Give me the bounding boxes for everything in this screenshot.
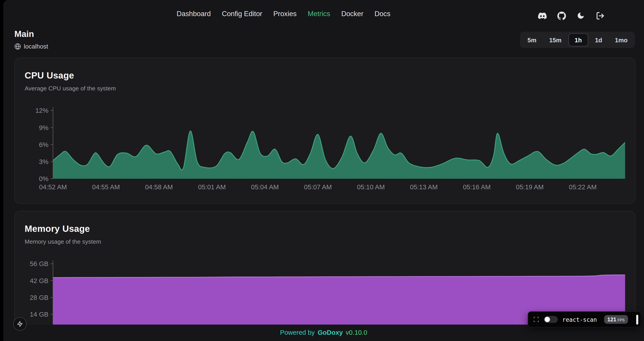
svg-text:05:07 AM: 05:07 AM xyxy=(304,183,332,191)
fps-badge: 121 FPS xyxy=(604,315,628,324)
toggle-knob xyxy=(545,317,550,322)
nav-config-editor[interactable]: Config Editor xyxy=(222,10,262,18)
svg-text:12%: 12% xyxy=(35,107,48,114)
svg-text:05:16 AM: 05:16 AM xyxy=(463,183,490,191)
svg-text:0%: 0% xyxy=(39,175,48,182)
logout-icon xyxy=(596,11,604,20)
svg-text:05:04 AM: 05:04 AM xyxy=(251,183,279,191)
host-label: localhost xyxy=(24,43,48,50)
svg-text:04:58 AM: 04:58 AM xyxy=(145,183,173,191)
nav-metrics[interactable]: Metrics xyxy=(308,10,330,18)
nav-dashboard[interactable]: Dashboard xyxy=(177,10,211,18)
time-range-1mo[interactable]: 1mo xyxy=(609,33,633,47)
quick-actions-button[interactable] xyxy=(13,317,27,331)
app-root: Dashboard Config Editor Proxies Metrics … xyxy=(3,0,644,341)
react-scan-toggle[interactable] xyxy=(544,316,558,323)
svg-text:6%: 6% xyxy=(39,141,48,148)
footer-version: v0.10.0 xyxy=(346,329,367,336)
zap-icon xyxy=(17,321,23,327)
react-scan-toolbar[interactable]: react-scan 121 FPS xyxy=(528,311,641,327)
logout-button[interactable] xyxy=(595,10,606,21)
svg-text:56 GB: 56 GB xyxy=(30,260,48,267)
fps-value: 121 xyxy=(607,316,616,323)
react-scan-label: react-scan xyxy=(562,316,597,323)
footer-brand-link[interactable]: GoDoxy xyxy=(318,329,343,336)
svg-text:05:10 AM: 05:10 AM xyxy=(357,183,384,191)
nav-docker[interactable]: Docker xyxy=(341,10,363,18)
svg-text:05:13 AM: 05:13 AM xyxy=(410,183,438,191)
time-range-1d[interactable]: 1d xyxy=(589,33,608,47)
svg-text:04:52 AM: 04:52 AM xyxy=(39,183,67,191)
svg-text:14 GB: 14 GB xyxy=(30,310,48,318)
discord-icon xyxy=(538,11,546,20)
github-icon xyxy=(557,11,566,20)
nav-proxies[interactable]: Proxies xyxy=(273,10,296,18)
toolbar-drag-handle[interactable] xyxy=(636,314,638,324)
time-range-5m[interactable]: 5m xyxy=(522,33,542,47)
svg-text:05:22 AM: 05:22 AM xyxy=(569,183,596,191)
svg-text:9%: 9% xyxy=(39,124,48,131)
svg-text:28 GB: 28 GB xyxy=(30,294,48,301)
page-title: Main xyxy=(14,29,34,39)
github-button[interactable] xyxy=(556,10,567,21)
svg-text:04:55 AM: 04:55 AM xyxy=(92,183,120,191)
cpu-chart: 0%3%6%9%12%04:52 AM04:55 AM04:58 AM05:01… xyxy=(15,104,636,198)
theme-toggle-button[interactable] xyxy=(575,10,586,21)
memory-card-subtitle: Memory usage of the system xyxy=(24,238,101,245)
header-icon-group xyxy=(537,10,606,21)
nav-docs[interactable]: Docs xyxy=(374,10,390,18)
time-range-15m[interactable]: 15m xyxy=(544,33,567,47)
svg-text:05:01 AM: 05:01 AM xyxy=(198,183,226,191)
cpu-usage-card: CPU Usage Average CPU usage of the syste… xyxy=(14,58,635,204)
app-window: Dashboard Config Editor Proxies Metrics … xyxy=(0,0,644,341)
top-navigation: Dashboard Config Editor Proxies Metrics … xyxy=(177,10,390,18)
memory-card-title: Memory Usage xyxy=(24,223,90,234)
svg-text:3%: 3% xyxy=(39,158,48,165)
moon-icon xyxy=(577,12,585,20)
svg-text:05:19 AM: 05:19 AM xyxy=(516,183,544,191)
cpu-card-title: CPU Usage xyxy=(24,70,74,81)
time-range-1h[interactable]: 1h xyxy=(568,33,588,47)
fps-unit: FPS xyxy=(618,318,624,322)
discord-button[interactable] xyxy=(537,10,548,21)
time-range-selector: 5m 15m 1h 1d 1mo xyxy=(520,32,635,48)
inspect-icon xyxy=(533,316,539,323)
cpu-card-subtitle: Average CPU usage of the system xyxy=(24,85,116,92)
globe-icon xyxy=(14,43,21,50)
host-row: localhost xyxy=(14,43,48,50)
footer-powered-by: Powered by xyxy=(280,329,314,336)
svg-text:42 GB: 42 GB xyxy=(30,277,48,284)
